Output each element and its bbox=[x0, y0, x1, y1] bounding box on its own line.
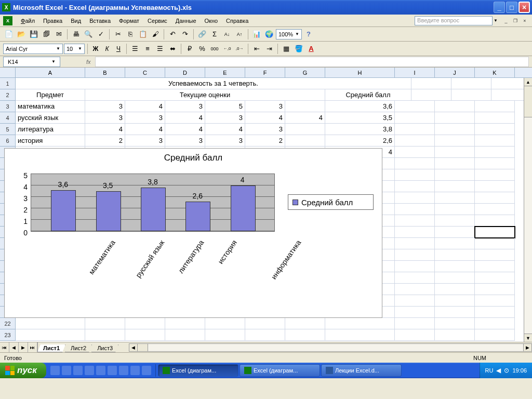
cell[interactable]: Средний балл bbox=[325, 89, 411, 101]
taskbar-item-excel-2[interactable]: Excel (диаграм... bbox=[240, 364, 320, 377]
cell[interactable] bbox=[395, 249, 435, 261]
doc-minimize-button[interactable]: _ bbox=[502, 17, 510, 24]
cell[interactable] bbox=[325, 318, 395, 329]
cell[interactable]: Предмет bbox=[16, 89, 85, 101]
cell[interactable]: 3 bbox=[85, 101, 125, 112]
cell[interactable]: 4 bbox=[85, 124, 125, 135]
cell[interactable] bbox=[125, 318, 165, 329]
cell[interactable] bbox=[395, 295, 435, 307]
cell[interactable] bbox=[16, 318, 85, 329]
sheet-nav-first[interactable]: ⏮ bbox=[0, 342, 9, 352]
cell[interactable] bbox=[475, 204, 515, 215]
cell[interactable]: 4 bbox=[165, 112, 205, 124]
column-header-A[interactable]: A bbox=[16, 68, 85, 77]
cell[interactable] bbox=[475, 124, 515, 135]
sheet-nav-prev[interactable]: ◀ bbox=[9, 342, 19, 352]
increase-decimal-button[interactable]: ←,0 bbox=[221, 43, 233, 55]
cell[interactable] bbox=[435, 158, 475, 169]
cell[interactable] bbox=[395, 169, 435, 181]
cell[interactable] bbox=[435, 147, 475, 158]
format-painter-button[interactable]: 🖌 bbox=[150, 29, 161, 40]
cell[interactable] bbox=[245, 329, 285, 341]
new-button[interactable]: 📄 bbox=[3, 29, 15, 40]
cell[interactable] bbox=[435, 215, 475, 227]
sheet-tab-1[interactable]: Лист1 bbox=[37, 344, 65, 352]
paste-button[interactable]: 📋 bbox=[137, 29, 149, 40]
cell[interactable] bbox=[435, 124, 475, 135]
open-button[interactable]: 📂 bbox=[16, 29, 27, 40]
sheet-tab-3[interactable]: Лист3 bbox=[91, 344, 118, 352]
row-header-1[interactable]: 1 bbox=[0, 78, 15, 89]
cell[interactable] bbox=[245, 318, 285, 329]
horizontal-scrollbar[interactable]: ◀ ▶ bbox=[129, 343, 532, 352]
cell[interactable]: математика bbox=[16, 101, 85, 112]
cell[interactable] bbox=[475, 284, 515, 295]
cell[interactable] bbox=[165, 329, 205, 341]
sheet-nav-last[interactable]: ⏭ bbox=[28, 342, 37, 352]
clock[interactable]: 19:06 bbox=[512, 367, 527, 374]
excel-doc-icon[interactable]: X bbox=[3, 16, 12, 25]
formula-input[interactable] bbox=[95, 57, 529, 67]
minimize-button[interactable]: _ bbox=[494, 2, 505, 13]
cell[interactable] bbox=[435, 307, 475, 318]
cell[interactable] bbox=[85, 329, 125, 341]
cell[interactable] bbox=[475, 238, 515, 249]
cell[interactable] bbox=[435, 261, 475, 272]
borders-button[interactable]: ▦ bbox=[281, 43, 292, 55]
cell[interactable] bbox=[395, 261, 435, 272]
menu-view[interactable]: Вид bbox=[66, 16, 85, 25]
undo-button[interactable]: ↶ bbox=[167, 29, 178, 40]
cell[interactable] bbox=[395, 307, 435, 318]
italic-button[interactable]: К bbox=[102, 44, 112, 54]
row-header-5[interactable]: 5 bbox=[0, 124, 15, 135]
row-header-6[interactable]: 6 bbox=[0, 135, 15, 147]
ql-icon-1[interactable] bbox=[50, 366, 60, 375]
menu-window[interactable]: Окно bbox=[201, 16, 222, 25]
cell[interactable] bbox=[435, 318, 475, 329]
underline-button[interactable]: Ч bbox=[113, 44, 124, 54]
cell[interactable] bbox=[475, 329, 515, 341]
sort-asc-button[interactable]: A↓ bbox=[221, 29, 233, 40]
cell[interactable] bbox=[16, 329, 85, 341]
cell[interactable] bbox=[435, 135, 475, 147]
cell[interactable] bbox=[475, 101, 515, 112]
ql-icon-7[interactable] bbox=[119, 366, 128, 375]
fx-icon[interactable]: fx bbox=[86, 59, 91, 65]
zoom-select[interactable]: 100%▼ bbox=[276, 29, 302, 39]
cell[interactable] bbox=[475, 158, 515, 169]
sheet-nav-next[interactable]: ▶ bbox=[19, 342, 28, 352]
select-all-corner[interactable] bbox=[0, 68, 16, 78]
cell[interactable]: история bbox=[16, 135, 85, 147]
scroll-down-icon[interactable]: ▼ bbox=[524, 334, 532, 342]
cell[interactable]: 3 bbox=[205, 135, 245, 147]
cell[interactable]: 3 bbox=[245, 101, 285, 112]
cell[interactable] bbox=[435, 192, 475, 204]
column-header-H[interactable]: H bbox=[325, 68, 395, 77]
cell[interactable] bbox=[395, 135, 435, 147]
cell[interactable] bbox=[435, 284, 475, 295]
name-box[interactable]: K14▼ bbox=[3, 57, 60, 67]
cell[interactable] bbox=[475, 112, 515, 124]
cell[interactable]: 3 bbox=[165, 135, 205, 147]
column-header-J[interactable]: J bbox=[435, 68, 475, 77]
cell[interactable] bbox=[435, 181, 475, 192]
autosum-button[interactable]: Σ bbox=[209, 29, 220, 40]
cell[interactable] bbox=[435, 204, 475, 215]
cell[interactable] bbox=[125, 329, 165, 341]
cell[interactable] bbox=[85, 318, 125, 329]
start-button[interactable]: пуск bbox=[0, 363, 46, 378]
vertical-scrollbar[interactable]: ▲ ▼ bbox=[524, 78, 532, 342]
tray-back-icon[interactable]: ◀ bbox=[496, 367, 501, 374]
cell[interactable] bbox=[475, 181, 515, 192]
cell[interactable] bbox=[435, 112, 475, 124]
cell[interactable] bbox=[395, 112, 435, 124]
language-indicator[interactable]: RU bbox=[485, 367, 494, 374]
menu-format[interactable]: Формат bbox=[115, 16, 143, 25]
column-header-B[interactable]: B bbox=[85, 68, 125, 77]
cell[interactable]: 3 bbox=[165, 101, 205, 112]
cell[interactable]: 2 bbox=[245, 135, 285, 147]
row-header-4[interactable]: 4 bbox=[0, 112, 15, 124]
cell[interactable]: 2 bbox=[85, 135, 125, 147]
cell[interactable] bbox=[475, 169, 515, 181]
cell[interactable] bbox=[475, 249, 515, 261]
